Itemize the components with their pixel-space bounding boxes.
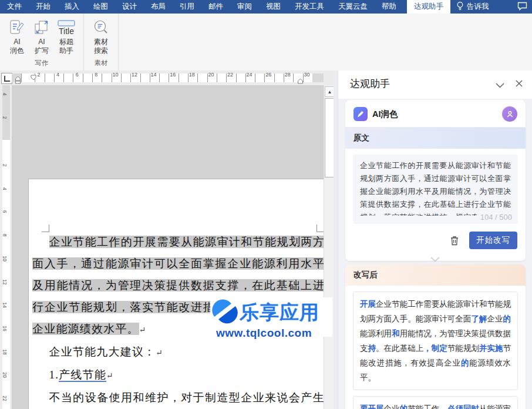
panel-splitter[interactable] [334, 71, 338, 409]
menu-tab-审阅[interactable]: 审阅 [232, 0, 257, 14]
hruler-number: 10 [112, 72, 118, 78]
scrollbar-thumb[interactable] [325, 98, 334, 177]
source-text-box[interactable]: 企业节能工作的开展需要从能源审计和节能规划两方面入手，通过能源审计可以全面掌握企… [353, 155, 518, 224]
horizontal-ruler[interactable]: 24681012141618202224262830 [12, 71, 324, 85]
hruler-number: 18 [189, 72, 195, 78]
menu-tab-达观助手[interactable]: 达观助手 [407, 0, 450, 14]
title-helper-icon: Title [55, 18, 78, 38]
panel-close-button[interactable] [516, 79, 523, 89]
assistant-panel: 达观助手 AI润色 原文 企业节能工作 [338, 71, 532, 409]
ribbon-button-AI扩写[interactable]: AI扩写 [29, 16, 54, 58]
material-search-icon [92, 18, 110, 38]
lightbulb-icon [456, 1, 464, 13]
rewrite-results: 开展企业节能工作需要从能源审计和节能规划两方面入手。能源审计可全面了解企业的能源… [345, 291, 526, 409]
result-text: 节能规划 [447, 344, 479, 353]
tell-me-label: 告诉我 [467, 2, 489, 12]
source-section-header: 原文 [345, 128, 526, 149]
vruler-number: 14 [2, 301, 8, 309]
result-text: 。在此基础上 [376, 344, 423, 353]
para-body-1[interactable]: 不当的设备使用和维护，对于制造型企业来说会产生额外的能源损耗以及热能产生，通过系… [32, 387, 325, 409]
menu-tab-帮助[interactable]: 帮助 [376, 0, 402, 14]
ai-polish-icon [8, 18, 26, 38]
ribbon-button-AI润色[interactable]: AI润色 [5, 16, 29, 58]
paragraph-mark: ↵ [156, 348, 163, 357]
text-segment: 不当的设备使用和维护，对于制造型企业来说会产生额外的能源损耗以及热能产生，通过系… [32, 391, 325, 409]
vruler-number: 10 [2, 254, 8, 262]
menu-tab-引用[interactable]: 引用 [174, 0, 200, 14]
menu-tab-插入[interactable]: 插入 [59, 0, 85, 14]
para-suggestions-heading[interactable]: 企业节能九大建议：↵ [32, 341, 325, 364]
highlighted-change: 开展 [360, 300, 376, 309]
ribbon-button-素材搜索[interactable]: 素材搜索 [89, 16, 113, 58]
ribbon-groups: AI润色AI扩写Title标题助手写作素材搜索素材 [0, 14, 119, 71]
tool-row: AI润色 [345, 100, 526, 127]
menu-bar: 文件开始插入绘图设计布局引用邮件审阅视图开发工具天翼云盘帮助达观助手 告诉我 [0, 0, 532, 14]
para-item-1[interactable]: 1.产线节能↵ [32, 364, 325, 387]
rewrite-result-1[interactable]: 开展企业节能工作需要从能源审计和节能规划两方面入手。能源审计可全面了解企业的能源… [353, 291, 518, 390]
menu-tab-布局[interactable]: 布局 [146, 0, 171, 14]
ribbon-button-label: 素材搜索 [94, 38, 108, 55]
ribbon-group-写作: AI润色AI扩写Title标题助手写作 [0, 14, 84, 71]
menubar-spacer [495, 0, 513, 14]
menu-tab-开始[interactable]: 开始 [31, 0, 56, 14]
result-text: 企业 [487, 314, 503, 323]
menu-tab-视图[interactable]: 视图 [261, 0, 286, 14]
highlighted-change: 要开展 [360, 404, 384, 409]
hruler-number: 8 [95, 72, 97, 78]
panel-title: 达观助手 [350, 77, 390, 90]
section-collapse-chevron-icon[interactable] [430, 254, 440, 264]
ribbon-button-标题助手[interactable]: Title标题助手 [54, 16, 79, 58]
ribbon-button-label: AI润色 [10, 38, 24, 55]
highlighted-change: 持 [368, 344, 376, 353]
vruler-number: 16 [2, 324, 8, 332]
vertical-ruler[interactable]: 42246810121416182022 [0, 85, 12, 409]
menu-tab-天翼云盘[interactable]: 天翼云盘 [333, 0, 373, 14]
tell-me-button[interactable]: 告诉我 [450, 0, 495, 14]
hruler-number: 28 [285, 72, 291, 78]
svg-text:Title: Title [59, 26, 74, 36]
vruler-number: 6 [2, 208, 8, 216]
ai-polish-tool-icon [353, 107, 368, 121]
tab-selector[interactable] [1, 73, 12, 84]
result-text: 能源利用 [360, 329, 392, 338]
trash-icon[interactable] [449, 235, 460, 246]
vruler-number: 20 [2, 371, 8, 379]
start-rewrite-button[interactable]: 开始改写 [469, 232, 517, 249]
hruler-number: 26 [265, 72, 271, 78]
highlighted-change: 必须同时 [447, 404, 479, 409]
vruler-number: 8 [2, 232, 8, 239]
result-text: 企业 [384, 404, 400, 409]
hruler-number: 4 [56, 72, 59, 78]
menu-tab-绘图[interactable]: 绘图 [88, 0, 113, 14]
vruler-number: 4 [2, 90, 8, 98]
panel-header: 达观助手 [338, 71, 532, 99]
highlighted-change: ，制定 [423, 344, 447, 353]
hruler-number: 16 [170, 72, 176, 78]
menu-tab-开发工具[interactable]: 开发工具 [289, 0, 329, 14]
menu-tab-设计[interactable]: 设计 [117, 0, 142, 14]
vruler-number: 18 [2, 348, 8, 356]
rewrite-result-2[interactable]: 要开展企业的节能工作，必须同时从能源审计和节能规划两方面入手。能源审计可以全面掌… [353, 396, 518, 409]
panel-collapse-button[interactable] [496, 80, 504, 90]
user-avatar[interactable] [502, 106, 517, 122]
results-section-header: 改写后 [345, 264, 526, 286]
menu-tab-邮件[interactable]: 邮件 [203, 0, 228, 14]
source-actions: 开始改写 [353, 232, 517, 249]
first-line-indent-marker[interactable] [31, 72, 36, 83]
hruler-number: 2 [37, 72, 40, 78]
paragraph-mark: ↵ [139, 326, 146, 334]
results-label: 改写后 [353, 270, 378, 280]
watermark-title: 乐享应用 [240, 300, 319, 326]
tool-name: AI润色 [372, 109, 398, 120]
document-scrollbar[interactable]: ▲ [324, 85, 334, 409]
highlighted-change: 了解 [471, 314, 487, 323]
document-text[interactable]: 企业节能工作的开展需要从能源审计和节能规划两方面入手，通过能源审计可以全面掌握企… [29, 179, 333, 409]
hruler-number: 24 [247, 72, 252, 78]
menu-tab-文件[interactable]: 文件 [2, 0, 27, 14]
ai-expand-icon [33, 18, 50, 38]
hruler-number: 20 [208, 72, 214, 78]
ribbon-button-label: 标题助手 [59, 38, 73, 55]
comments-button[interactable] [513, 0, 532, 14]
document-page[interactable]: 企业节能工作的开展需要从能源审计和节能规划两方面入手，通过能源审计可以全面掌握企… [28, 179, 334, 409]
watermark-logo-icon [210, 297, 240, 328]
